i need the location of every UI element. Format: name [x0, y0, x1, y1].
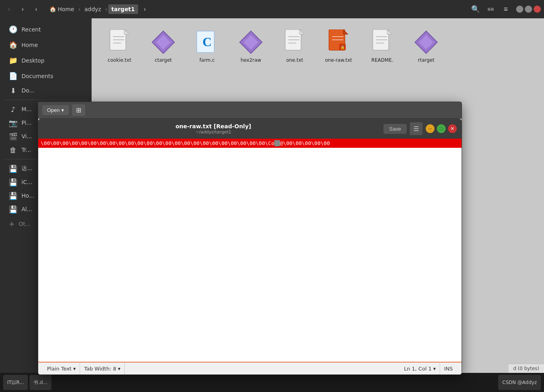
breadcrumb-target1-label: target1 — [112, 6, 135, 12]
sidebar-item-music-label: M... — [22, 106, 31, 112]
editor-title: one-raw.txt [Read-Only] — [43, 123, 384, 129]
breadcrumb-addyz-label: addyz — [84, 6, 101, 12]
cursor-position-chevron: ▾ — [433, 366, 436, 372]
tab-width-chevron: ▾ — [118, 366, 121, 372]
file-item-ctarget[interactable]: ctarget — [143, 26, 183, 66]
svg-text:🔒: 🔒 — [340, 45, 345, 50]
editor-window: Open ▾ ⊞ one-raw.txt [Read-Only] ~/addyz… — [38, 102, 462, 375]
home-icon: 🏠 — [49, 6, 56, 12]
file-name-cookie-txt: cookie.txt — [108, 57, 131, 63]
editor-title-center: one-raw.txt [Read-Only] ~/addyz/target1 — [43, 123, 384, 135]
file-item-rtarget[interactable]: rtarget — [406, 26, 446, 66]
file-item-one-txt[interactable]: one.txt — [275, 26, 315, 66]
list-view-button[interactable]: ≡≡ — [484, 3, 497, 16]
breadcrumb-target1[interactable]: target1 — [108, 4, 138, 14]
search-button[interactable]: 🔍 — [469, 3, 482, 16]
desktop-icon: 📁 — [9, 56, 18, 65]
new-window-button[interactable]: ⊞ — [72, 104, 85, 116]
svg-marker-17 — [343, 29, 348, 34]
taskbar: IT以R... 书.d... CSDN @Addyz — [0, 373, 544, 392]
plain-text-label: Plain Text — [47, 366, 72, 372]
open-label: Open — [47, 107, 60, 113]
file-name-one-txt: one.txt — [286, 57, 303, 63]
editor-close-button[interactable]: ✕ — [448, 124, 457, 133]
breadcrumb-next-button[interactable]: › — [139, 3, 151, 15]
drive2-icon: 💾 — [9, 178, 18, 186]
taskbar-item-3[interactable]: CSDN @Addyz — [498, 375, 541, 390]
topbar-actions: 🔍 ≡≡ ≡ — [469, 3, 512, 16]
drive3-icon: 💾 — [9, 192, 18, 200]
file-item-hex2raw[interactable]: hex2raw — [231, 26, 271, 66]
open-chevron: ▾ — [61, 107, 64, 113]
tab-width-selector[interactable]: Tab Width: 8 ▾ — [80, 363, 125, 374]
sidebar-item-recent[interactable]: 🕐 Recent — [2, 22, 89, 37]
editor-save-button[interactable]: Save — [384, 124, 407, 134]
sidebar-item-pictures-label: Pi... — [22, 120, 31, 126]
sidebar-item-trash-label: Tr... — [22, 147, 31, 153]
documents-icon: 📄 — [9, 72, 18, 80]
cursor-position[interactable]: Ln 1, Col 1 ▾ — [400, 363, 440, 374]
editor-content[interactable]: \00\00\00\00\00\00\00\00\00\00\00\00\00\… — [38, 139, 462, 362]
svg-text:C: C — [202, 35, 211, 49]
cursor-position-label: Ln 1, Col 1 — [404, 366, 431, 372]
sidebar-divider-1 — [5, 100, 87, 100]
sidebar-item-desktop[interactable]: 📁 Desktop — [2, 53, 89, 68]
tab-width-label: Tab Width: 8 — [84, 366, 116, 372]
file-item-one-raw-txt[interactable]: 🔒 one-raw.txt — [319, 26, 358, 66]
up-button[interactable]: ‹ — [30, 3, 42, 15]
breadcrumb-sep-1: › — [78, 6, 80, 12]
sidebar-item-desktop-label: Desktop — [22, 57, 45, 64]
sidebar-item-recent-label: Recent — [22, 26, 41, 33]
music-icon: ♪ — [9, 105, 18, 114]
downloads-icon: ⬇ — [9, 86, 18, 95]
editor-menu-icon: ☰ — [413, 125, 419, 133]
file-name-farm-c: farm.c — [200, 57, 215, 63]
videos-icon: 🎬 — [9, 132, 18, 141]
back-button[interactable]: ‹ — [3, 3, 15, 15]
taskbar-item-2-label: 书.d... — [33, 379, 47, 386]
breadcrumb: 🏠 Home › addyz › target1 › — [46, 3, 151, 15]
sidebar-add-label: Ot... — [19, 221, 31, 227]
open-button[interactable]: Open ▾ — [42, 105, 69, 115]
sidebar-item-zh3-label: Ho... — [22, 192, 34, 199]
minimize-button[interactable] — [516, 6, 523, 13]
status-text: d (0 bytes) — [513, 366, 539, 371]
editor-menu-button[interactable]: ☰ — [410, 122, 423, 135]
file-item-farm-c[interactable]: C farm.c — [187, 26, 227, 66]
taskbar-item-1[interactable]: IT以R... — [3, 375, 28, 390]
editor-window-controls: ─ □ ✕ — [426, 124, 457, 133]
file-name-ctarget: ctarget — [155, 57, 172, 63]
file-grid: cookie.txt ctarget C — [92, 18, 544, 74]
plain-text-selector[interactable]: Plain Text ▾ — [43, 363, 80, 374]
file-icon-ctarget — [151, 29, 176, 55]
drive4-icon: 💾 — [9, 205, 18, 214]
topbar: ‹ › ‹ 🏠 Home › addyz › target1 › 🔍 ≡≡ ≡ — [0, 0, 544, 18]
editor-minimize-button[interactable]: ─ — [426, 124, 434, 133]
sidebar-item-documents[interactable]: 📄 Documents — [2, 69, 89, 83]
taskbar-item-1-label: IT以R... — [7, 379, 24, 386]
file-item-readme[interactable]: README. — [362, 26, 402, 66]
sidebar-item-home-label: Home — [22, 42, 38, 48]
sidebar-item-home[interactable]: 🏠 Home — [2, 37, 89, 52]
file-name-one-raw-txt: one-raw.txt — [325, 57, 352, 63]
file-icon-one-txt — [282, 29, 307, 55]
editor-maximize-button[interactable]: □ — [437, 124, 446, 133]
breadcrumb-home[interactable]: 🏠 Home — [46, 4, 77, 14]
editor-statusbar: Plain Text ▾ Tab Width: 8 ▾ Ln 1, Col 1 … — [38, 362, 462, 374]
svg-marker-1 — [124, 29, 129, 34]
plain-text-chevron: ▾ — [73, 366, 76, 372]
forward-button[interactable]: › — [17, 3, 29, 15]
close-button[interactable] — [534, 6, 541, 13]
pictures-icon: 📷 — [9, 119, 18, 127]
sidebar-item-zh1-label: 达... — [22, 165, 32, 172]
maximize-button[interactable] — [525, 6, 532, 13]
recent-icon: 🕐 — [9, 25, 18, 33]
sidebar-item-downloads[interactable]: ⬇ Do... — [2, 84, 89, 97]
breadcrumb-addyz[interactable]: addyz — [81, 4, 104, 14]
taskbar-item-2[interactable]: 书.d... — [29, 375, 51, 390]
ins-mode-badge: INS — [440, 366, 457, 372]
menu-button[interactable]: ≡ — [499, 3, 512, 16]
sidebar-item-zh2-label: iC... — [22, 179, 32, 185]
trash-icon: 🗑 — [9, 146, 18, 154]
file-item-cookie-txt[interactable]: cookie.txt — [100, 26, 139, 66]
